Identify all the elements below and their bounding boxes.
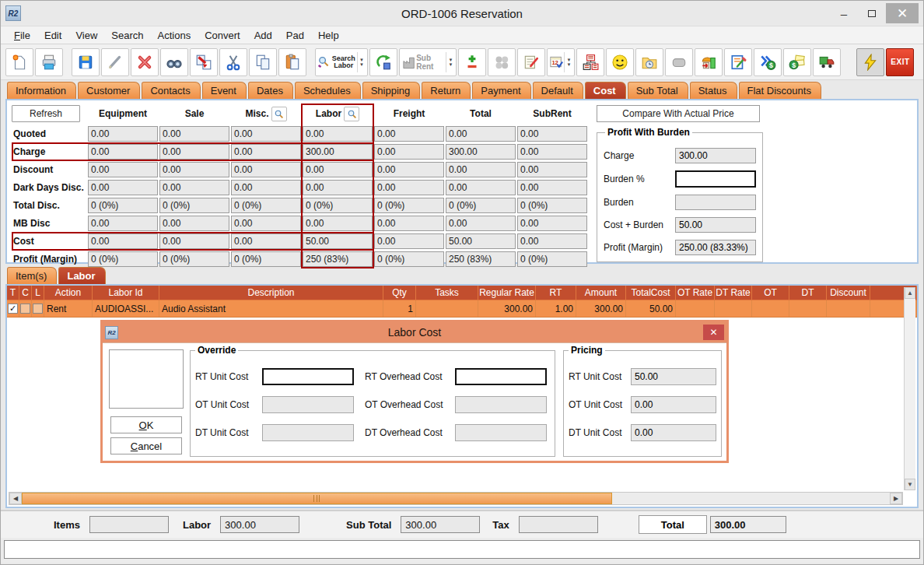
tab-flat-discounts[interactable]: Flat Discounts (739, 82, 821, 99)
edit-details-icon (730, 54, 747, 71)
org-chart-button[interactable] (576, 48, 604, 76)
burden-field-burden[interactable] (675, 170, 756, 188)
minimize-button[interactable]: – (830, 3, 858, 23)
cost-row-label-profit-margin: Profit (Margin) (12, 251, 86, 267)
tab-information[interactable]: Information (7, 82, 76, 99)
tab-return[interactable]: Return (422, 82, 471, 99)
close-button[interactable]: ✕ (886, 3, 919, 23)
tab-cost[interactable]: Cost (585, 82, 626, 99)
menu-file[interactable]: File (7, 28, 37, 43)
cost-cell-total-disc-freight: 0 (0%) (374, 198, 444, 213)
save-button[interactable] (72, 48, 100, 76)
menu-convert[interactable]: Convert (198, 28, 247, 43)
billing-notes-button[interactable]: $ (783, 48, 811, 76)
exit-button[interactable]: EXIT (886, 48, 914, 76)
labor-crew-button[interactable] (695, 48, 723, 76)
tab-schedules[interactable]: Schedules (295, 82, 361, 99)
labor-col-rt: RT (536, 286, 576, 300)
convert-item-button[interactable] (369, 48, 397, 76)
sub-rent-icon (401, 54, 416, 71)
tab-shipping[interactable]: Shipping (362, 82, 421, 99)
menu-search[interactable]: Search (104, 28, 150, 43)
sub-rent-dropdown-icon[interactable]: ▼▼ (446, 52, 454, 72)
group-circles-icon (493, 54, 510, 71)
checkbox-t-checked[interactable]: ✓ (8, 304, 18, 314)
horizontal-scroll-thumb[interactable] (22, 493, 612, 504)
scroll-right-icon[interactable]: ▶ (890, 493, 902, 504)
checkbox-c-unchecked[interactable] (20, 304, 30, 314)
tab-contacts[interactable]: Contacts (142, 82, 200, 99)
horizontal-scrollbar[interactable]: ◀ ▶ (9, 492, 903, 505)
vertical-scroll-track[interactable] (905, 299, 915, 479)
burden-field-charge: 300.00 (675, 148, 756, 163)
labor-cell-rt: 1.00 (536, 300, 576, 317)
print-button[interactable] (35, 48, 63, 76)
compare-with-actual-price-button[interactable]: Compare With Actual Price (597, 105, 760, 122)
ok-button[interactable]: OK (110, 416, 182, 433)
tab-event[interactable]: Event (202, 82, 247, 99)
search-labor-dropdown-icon[interactable]: ▼▼ (357, 52, 366, 72)
tab-payment[interactable]: Payment (472, 82, 530, 99)
override-field-rt-overhead-cost[interactable] (455, 368, 547, 385)
tab-customer[interactable]: Customer (78, 82, 140, 99)
tab-dates[interactable]: Dates (248, 82, 293, 99)
edit-button[interactable] (101, 48, 129, 76)
notepad-edit-button[interactable] (517, 48, 545, 76)
calendar-dropdown-icon[interactable]: ▼▼ (564, 52, 572, 72)
pricing-label-rt-unit-cost: RT Unit Cost (569, 371, 631, 382)
tab-sub-total[interactable]: Sub Total (628, 82, 688, 99)
dialog-close-button[interactable]: ✕ (703, 325, 724, 340)
horizontal-scroll-track[interactable] (22, 493, 890, 504)
send-money-button[interactable]: $ (754, 48, 782, 76)
menu-actions[interactable]: Actions (151, 28, 198, 43)
cost-cell-dark-days-disc-sale: 0.00 (159, 180, 229, 195)
delete-button[interactable] (131, 48, 159, 76)
dialog-list-box[interactable] (109, 349, 184, 409)
sub-rent-button[interactable]: Sub Rent ▼▼ (399, 48, 457, 76)
labor-col-dt: DT (789, 286, 827, 300)
group-items-button[interactable] (488, 48, 516, 76)
scroll-down-icon[interactable]: ▼ (905, 479, 915, 490)
new-document-button[interactable] (5, 48, 33, 76)
delivery-truck-button[interactable] (813, 48, 841, 76)
menu-help[interactable]: Help (311, 28, 346, 43)
copy-button[interactable] (249, 48, 277, 76)
menu-edit[interactable]: Edit (37, 28, 68, 43)
pricing-legend: Pricing (569, 345, 605, 356)
tab-default[interactable]: Default (533, 82, 583, 99)
quick-actions-button[interactable] (856, 48, 884, 76)
cost-cell-total-disc-subrent: 0 (0%) (517, 198, 587, 213)
menu-view[interactable]: View (68, 28, 104, 43)
smiley-feedback-button[interactable] (606, 48, 634, 76)
burden-label-cost-burden: Cost + Burden (604, 219, 675, 230)
paste-button[interactable] (278, 48, 306, 76)
find-button[interactable] (160, 48, 188, 76)
calendar-button[interactable]: 12 ▼▼ (547, 48, 575, 76)
checkbox-l-unchecked[interactable] (33, 304, 43, 314)
cancel-button[interactable]: Cancel (110, 437, 182, 454)
edit-details-button[interactable] (724, 48, 752, 76)
plus-minus-icon (464, 54, 481, 71)
history-folder-button[interactable] (635, 48, 663, 76)
search-labor-button[interactable]: Search Labor ▼▼ (315, 48, 368, 76)
tab-status[interactable]: Status (690, 82, 737, 99)
add-remove-button[interactable] (458, 48, 486, 76)
scroll-up-icon[interactable]: ▲ (905, 287, 915, 299)
labor-search-icon[interactable] (344, 107, 359, 121)
item-tab-labor[interactable]: Labor (58, 267, 105, 284)
item-tab-item-s[interactable]: Item(s) (7, 267, 57, 284)
menu-pad[interactable]: Pad (279, 28, 311, 43)
vertical-scrollbar[interactable]: ▲ ▼ (904, 287, 915, 490)
cut-button[interactable] (219, 48, 247, 76)
transfer-copy-button[interactable] (190, 48, 218, 76)
labor-table-row[interactable]: ✓RentAUDIOASSI...Audio Assistant1300.001… (7, 300, 917, 318)
misc-search-icon[interactable] (271, 107, 287, 121)
labor-col-l: L (32, 286, 44, 300)
menu-add[interactable]: Add (247, 28, 279, 43)
maximize-button[interactable] (858, 3, 886, 23)
cost-row-label-discount: Discount (12, 162, 86, 177)
override-field-rt-unit-cost[interactable] (262, 368, 354, 385)
scroll-left-icon[interactable]: ◀ (9, 493, 22, 504)
cost-cell-total-disc-equipment: 0 (0%) (88, 198, 158, 213)
refresh-button[interactable]: Refresh (12, 105, 80, 122)
